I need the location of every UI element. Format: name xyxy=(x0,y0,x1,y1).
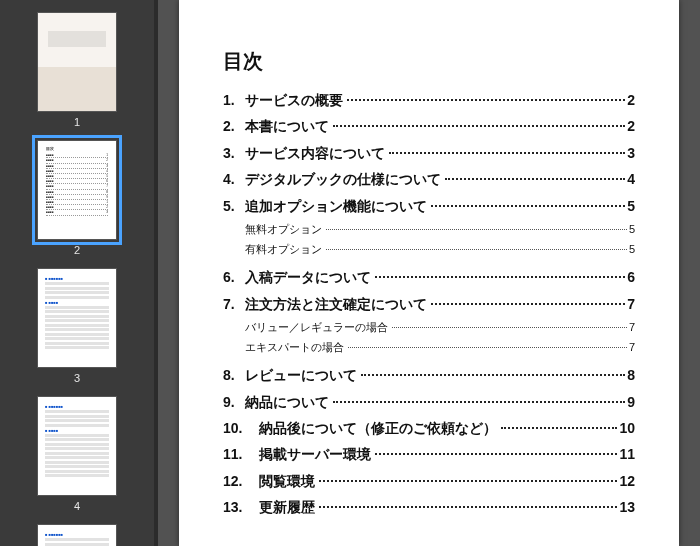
toc-entry-number: 7. xyxy=(223,293,245,315)
toc-entry-number: 10. xyxy=(223,417,259,439)
toc-leader-dots xyxy=(431,205,625,207)
thumbnail-preview xyxy=(37,12,117,112)
toc-leader-dots xyxy=(347,99,625,101)
toc-leader-dots xyxy=(361,374,625,376)
toc-entry-number: 1. xyxy=(223,89,245,111)
toc-leader-dots xyxy=(501,427,617,429)
toc-entry[interactable]: 7.注文方法と注文確定について7 xyxy=(223,293,635,315)
thumbnail-sidebar[interactable]: 1目次■■■■1■■■■2■■■■3■■■■4■■■■5■■■■6■■■■7■■… xyxy=(0,0,154,546)
thumbnail-preview: ■ ■■■■■■■ ■■■■ xyxy=(37,524,117,546)
toc-leader-dots xyxy=(431,303,625,305)
toc-entry-page: 8 xyxy=(627,364,635,386)
toc-sub-page: 7 xyxy=(629,339,635,357)
toc-entry[interactable]: 12.閲覧環境12 xyxy=(223,470,635,492)
toc-entry-page: 13 xyxy=(619,496,635,518)
toc-entry-number: 6. xyxy=(223,266,245,288)
toc-entry-title: 入稿データについて xyxy=(245,266,371,288)
toc-entry-number: 11. xyxy=(223,443,259,465)
toc-entry-number: 13. xyxy=(223,496,259,518)
toc-entry[interactable]: 13.更新履歴13 xyxy=(223,496,635,518)
toc-entry[interactable]: 5.追加オプション機能について5 xyxy=(223,195,635,217)
thumbnail-preview: ■ ■■■■■■■ ■■■■ xyxy=(37,396,117,496)
toc-leader-dots xyxy=(375,453,617,455)
toc-sub-entry[interactable]: 無料オプション5 xyxy=(223,221,635,239)
toc-sub-page: 7 xyxy=(629,319,635,337)
toc-entry-number: 2. xyxy=(223,115,245,137)
toc-entry-number: 3. xyxy=(223,142,245,164)
toc-heading: 目次 xyxy=(223,48,635,75)
toc-entry-title: 注文方法と注文確定について xyxy=(245,293,427,315)
toc-entry-page: 11 xyxy=(619,443,635,465)
toc-entry-title: 納品後について（修正のご依頼など） xyxy=(259,417,497,439)
toc-sub-title: エキスパートの場合 xyxy=(245,339,344,357)
toc-entry-title: レビューについて xyxy=(245,364,357,386)
pdf-viewer: 1目次■■■■1■■■■2■■■■3■■■■4■■■■5■■■■6■■■■7■■… xyxy=(0,0,700,546)
toc-entry-title: 本書について xyxy=(245,115,329,137)
toc-entry-page: 9 xyxy=(627,391,635,413)
toc-entry-title: デジタルブックの仕様について xyxy=(245,168,441,190)
toc-sub-entry[interactable]: バリュー／レギュラーの場合7 xyxy=(223,319,635,337)
toc-sub-entry[interactable]: 有料オプション5 xyxy=(223,241,635,259)
toc-entry-title: サービスの概要 xyxy=(245,89,343,111)
page-content: 目次 1.サービスの概要22.本書について23.サービス内容について34.デジタ… xyxy=(179,0,679,546)
toc-sub-title: 無料オプション xyxy=(245,221,322,239)
toc-entry[interactable]: 10.納品後について（修正のご依頼など）10 xyxy=(223,417,635,439)
toc-entry-page: 5 xyxy=(627,195,635,217)
toc-entry-number: 9. xyxy=(223,391,245,413)
toc-entry[interactable]: 11.掲載サーバー環境11 xyxy=(223,443,635,465)
toc-sub-title: バリュー／レギュラーの場合 xyxy=(245,319,388,337)
toc-entry-title: 更新履歴 xyxy=(259,496,315,518)
thumbnail-label: 3 xyxy=(74,372,80,384)
toc-entry[interactable]: 3.サービス内容について3 xyxy=(223,142,635,164)
toc-leader-dots xyxy=(326,229,627,230)
toc-leader-dots xyxy=(389,152,625,154)
toc-entry[interactable]: 1.サービスの概要2 xyxy=(223,89,635,111)
thumbnail-1[interactable]: 1 xyxy=(37,8,117,132)
thumbnail-2[interactable]: 目次■■■■1■■■■2■■■■3■■■■4■■■■5■■■■6■■■■7■■■… xyxy=(37,136,117,260)
toc-entry-page: 3 xyxy=(627,142,635,164)
toc-entry[interactable]: 9.納品について9 xyxy=(223,391,635,413)
toc-entry-page: 2 xyxy=(627,115,635,137)
toc-entry-title: 追加オプション機能について xyxy=(245,195,427,217)
toc-sub-title: 有料オプション xyxy=(245,241,322,259)
toc-entry-page: 12 xyxy=(619,470,635,492)
toc-sub-entry[interactable]: エキスパートの場合7 xyxy=(223,339,635,357)
toc-entry[interactable]: 2.本書について2 xyxy=(223,115,635,137)
toc-leader-dots xyxy=(333,401,625,403)
thumbnail-label: 2 xyxy=(74,244,80,256)
thumbnail-5[interactable]: ■ ■■■■■■■ ■■■■ xyxy=(37,520,117,546)
thumbnail-preview: 目次■■■■1■■■■2■■■■3■■■■4■■■■5■■■■6■■■■7■■■… xyxy=(37,140,117,240)
toc-sub-page: 5 xyxy=(629,241,635,259)
toc-leader-dots xyxy=(392,327,627,328)
toc-entry-number: 4. xyxy=(223,168,245,190)
main-page-area[interactable]: 目次 1.サービスの概要22.本書について23.サービス内容について34.デジタ… xyxy=(158,0,700,546)
toc-leader-dots xyxy=(348,347,627,348)
toc-entry-title: 掲載サーバー環境 xyxy=(259,443,371,465)
toc-sub-page: 5 xyxy=(629,221,635,239)
thumbnail-label: 4 xyxy=(74,500,80,512)
toc-entry-number: 5. xyxy=(223,195,245,217)
toc-entry-page: 6 xyxy=(627,266,635,288)
toc-entry-page: 10 xyxy=(619,417,635,439)
toc-entry-page: 2 xyxy=(627,89,635,111)
toc-leader-dots xyxy=(319,480,617,482)
toc-entry-title: サービス内容について xyxy=(245,142,385,164)
toc-entry[interactable]: 6.入稿データについて6 xyxy=(223,266,635,288)
toc-sub-group: バリュー／レギュラーの場合7エキスパートの場合7 xyxy=(223,319,635,356)
toc-entry-title: 閲覧環境 xyxy=(259,470,315,492)
toc-leader-dots xyxy=(375,276,625,278)
thumbnail-4[interactable]: ■ ■■■■■■■ ■■■■4 xyxy=(37,392,117,516)
toc-list: 1.サービスの概要22.本書について23.サービス内容について34.デジタルブッ… xyxy=(223,89,635,518)
toc-entry[interactable]: 8.レビューについて8 xyxy=(223,364,635,386)
toc-entry[interactable]: 4.デジタルブックの仕様について4 xyxy=(223,168,635,190)
toc-entry-title: 納品について xyxy=(245,391,329,413)
toc-entry-number: 12. xyxy=(223,470,259,492)
toc-leader-dots xyxy=(445,178,625,180)
toc-leader-dots xyxy=(319,506,617,508)
toc-leader-dots xyxy=(333,125,625,127)
thumbnail-3[interactable]: ■ ■■■■■■■ ■■■■3 xyxy=(37,264,117,388)
toc-entry-page: 7 xyxy=(627,293,635,315)
toc-entry-page: 4 xyxy=(627,168,635,190)
toc-sub-group: 無料オプション5有料オプション5 xyxy=(223,221,635,258)
toc-entry-number: 8. xyxy=(223,364,245,386)
